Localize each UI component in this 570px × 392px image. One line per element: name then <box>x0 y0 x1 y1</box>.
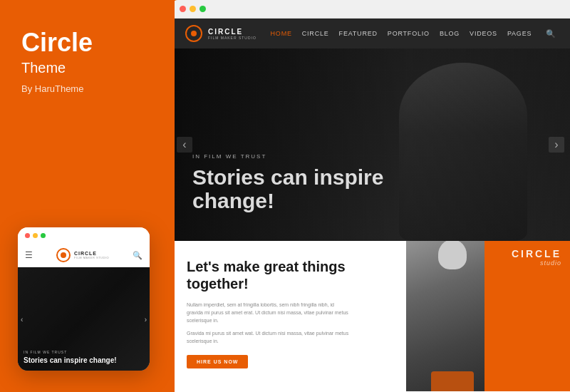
content-circle-label: CIRCLE <box>512 248 561 259</box>
mobile-dot-yellow <box>33 233 38 238</box>
mobile-dot-red <box>25 233 30 238</box>
hire-us-button[interactable]: Hire Us Now <box>187 355 248 368</box>
site-nav-search-icon[interactable]: 🔍 <box>546 29 556 38</box>
mobile-nav-bar: ☰ CIRCLE FILM MAKER STUDIO 🔍 <box>18 244 150 267</box>
site-content-section: Let's make great things together! Nullam… <box>171 241 570 391</box>
theme-by: By HaruTheme <box>21 83 153 94</box>
mobile-window-dots <box>25 233 46 238</box>
nav-item-blog[interactable]: BLOG <box>440 30 460 37</box>
desktop-mockup: CIRCLE FILM MAKER STUDIO HOME CIRCLE FEA… <box>171 0 570 392</box>
nav-item-home[interactable]: HOME <box>271 30 292 37</box>
desktop-browser-content: CIRCLE FILM MAKER STUDIO HOME CIRCLE FEA… <box>171 19 570 391</box>
mobile-prev-arrow[interactable]: ‹ <box>21 315 23 323</box>
left-panel: Circle Theme By HaruTheme ☰ CIRCLE FILM … <box>0 0 175 392</box>
mobile-logo-sub: FILM MAKER STUDIO <box>74 256 109 259</box>
mobile-hero-content: IN FILM WE TRUST Stories can inspire cha… <box>24 350 117 365</box>
nav-item-videos[interactable]: VIDEOS <box>470 30 497 37</box>
hero-tagline: IN FILM WE TRUST <box>192 153 392 160</box>
mobile-hero-tagline: IN FILM WE TRUST <box>24 350 117 354</box>
site-logo-name: CIRCLE <box>208 28 256 36</box>
mobile-chrome-bar <box>18 227 150 244</box>
desktop-chrome-bar <box>171 0 570 19</box>
chrome-dot-red <box>180 6 186 12</box>
hero-slide-arrows: ‹ › <box>171 137 570 153</box>
content-orange-panel: CIRCLE studio <box>484 241 570 391</box>
content-right: CIRCLE studio <box>406 241 570 391</box>
mobile-logo: CIRCLE FILM MAKER STUDIO <box>56 248 109 262</box>
nav-item-circle[interactable]: CIRCLE <box>302 30 329 37</box>
mobile-logo-text: CIRCLE <box>74 251 109 256</box>
chrome-dot-green <box>200 6 206 12</box>
site-hero: ‹ › IN FILM WE TRUST Stories can inspire… <box>171 48 570 241</box>
site-logo-tagline: FILM MAKER STUDIO <box>208 36 256 40</box>
nav-item-featured[interactable]: FEATURED <box>339 30 378 37</box>
theme-subtitle: Theme <box>21 60 153 76</box>
mobile-hero-title: Stories can inspire change! <box>24 356 117 365</box>
hero-next-arrow[interactable]: › <box>549 137 564 153</box>
person-body-shape <box>431 371 474 391</box>
nav-item-pages[interactable]: PAGES <box>507 30 532 37</box>
content-circle-sub: studio <box>540 259 561 267</box>
site-nav-menu: HOME CIRCLE FEATURED PORTFOLIO BLOG VIDE… <box>271 30 532 37</box>
hero-title: Stories can inspire change! <box>192 165 392 212</box>
hero-prev-arrow[interactable]: ‹ <box>177 137 192 153</box>
nav-item-portfolio[interactable]: PORTFOLIO <box>388 30 430 37</box>
site-logo-text: CIRCLE FILM MAKER STUDIO <box>208 28 256 40</box>
content-left: Let's make great things together! Nullam… <box>171 241 406 391</box>
mobile-search-icon[interactable]: 🔍 <box>133 251 142 260</box>
theme-title: Circle <box>21 28 93 57</box>
site-nav: CIRCLE FILM MAKER STUDIO HOME CIRCLE FEA… <box>171 19 570 48</box>
mobile-hamburger-icon[interactable]: ☰ <box>25 250 33 260</box>
mobile-mockup: ☰ CIRCLE FILM MAKER STUDIO 🔍 ‹ › IN FILM… <box>18 227 150 371</box>
content-body-1: Nullam imperdiet, sem at fringilla lobor… <box>187 301 351 325</box>
hero-content: IN FILM WE TRUST Stories can inspire cha… <box>192 153 392 212</box>
content-heading: Let's make great things together! <box>187 258 390 292</box>
site-logo: CIRCLE FILM MAKER STUDIO <box>185 25 256 42</box>
content-body-2: Gravida mi purus sit amet wat. Ut dictum… <box>187 329 351 345</box>
mobile-dot-green <box>41 233 46 238</box>
mobile-logo-icon <box>56 248 71 262</box>
chrome-dot-yellow <box>190 6 196 12</box>
mobile-hero-arrows: ‹ › <box>18 315 150 323</box>
mobile-next-arrow[interactable]: › <box>145 315 147 323</box>
mobile-hero: ‹ › IN FILM WE TRUST Stories can inspire… <box>18 267 150 371</box>
site-logo-icon <box>185 25 202 42</box>
person-head-shape <box>438 241 467 269</box>
